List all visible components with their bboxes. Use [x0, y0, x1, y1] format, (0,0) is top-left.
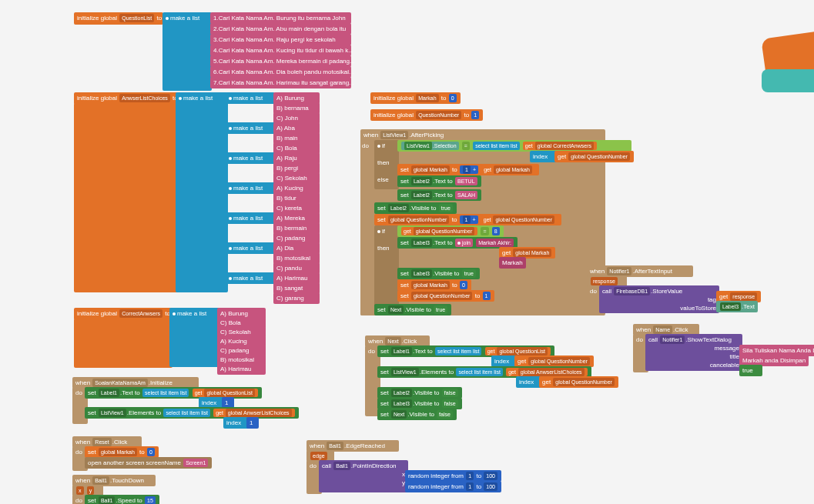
compare-eq[interactable]: ListView1.Selection = select list item l…: [397, 140, 631, 152]
make-list-ca[interactable]: make a list: [169, 308, 220, 367]
if-block[interactable]: ifthenelse: [374, 140, 399, 189]
set-markah-zero[interactable]: set global Markah to 0: [397, 279, 471, 291]
random-y[interactable]: random integer from 1 to 100: [405, 481, 501, 492]
make-list-inner[interactable]: make a list: [226, 242, 275, 254]
ql-item[interactable]: 3.Cari Kata Nama Am. Raju pergi ke sekol…: [210, 34, 351, 45]
ql-item[interactable]: 7.Cari Kata Nama Am. Harimau itu sangat …: [210, 77, 351, 88]
get-gqn-3[interactable]: get global QuestionNumber: [539, 376, 618, 388]
compare-eq-2[interactable]: get global QuestionNumber = 8: [397, 225, 504, 237]
init-ca-body: [74, 319, 173, 368]
set-next-visible[interactable]: set Next.Visible to true: [374, 304, 451, 315]
make-list-inner[interactable]: make a list: [226, 272, 275, 284]
make-list-outer[interactable]: make a list: [176, 92, 228, 292]
get-gqn[interactable]: get global QuestionNumber: [554, 151, 634, 162]
brand-logo: [760, 27, 814, 96]
do-label: do: [360, 140, 374, 315]
set-label2-visible[interactable]: set Label2.Visible to true: [374, 202, 457, 214]
set-label1-text[interactable]: set Label1.Text to select list item list…: [85, 387, 262, 399]
sli-index: index: [491, 355, 518, 367]
set-markah-zero-2[interactable]: set global Markah to 0: [85, 446, 159, 458]
set-qn[interactable]: set global QuestionNumber to 1 + get glo…: [374, 214, 561, 225]
set-label3-visible[interactable]: set Label3.Visible to true: [397, 268, 480, 279]
label3-text[interactable]: Label3.Text: [716, 301, 758, 312]
call-firebase-store[interactable]: call FirebaseDB1.StoreValue tag valueToS…: [599, 285, 719, 313]
get-gqn-2[interactable]: get global QuestionNumber: [514, 355, 594, 367]
set-lv-elements[interactable]: set ListView1.Elements to select list it…: [85, 407, 299, 419]
markah-text[interactable]: Markah: [499, 257, 526, 269]
make-list-inner[interactable]: make a list: [226, 152, 275, 164]
ql-item[interactable]: 1.Cari Kata Nama Am. Burung itu bernama …: [210, 12, 351, 24]
set-label2-text-else[interactable]: set Label2.Text to SALAH: [397, 189, 481, 201]
random-x[interactable]: random integer from 1 to 100: [405, 470, 501, 482]
call-showtextdialog[interactable]: call Notifier1.ShowTextDialog message ti…: [645, 334, 742, 371]
ql-item[interactable]: 2.Cari Kata Nama Am. Abu main dengan bol…: [210, 23, 351, 35]
init-markah[interactable]: initialize global Markah to 0: [370, 92, 461, 104]
call-pointindirection[interactable]: call Ball1.PointInDirection x y: [319, 460, 408, 492]
set-label3-visible-false[interactable]: set Label3.Visible to false: [377, 398, 462, 409]
make-list-inner[interactable]: make a list: [226, 182, 275, 194]
set-markah-plus[interactable]: set global Markah to 1 + get global Mark…: [397, 164, 539, 175]
set-label2-visible-false[interactable]: set Label2.Visible to false: [377, 387, 462, 399]
sli-index: index: [516, 376, 542, 388]
num-one[interactable]: 1: [246, 417, 259, 429]
init-qn[interactable]: initialize global QuestionNumber to 1: [370, 109, 483, 121]
set-qn-one[interactable]: set global QuestionNumber to 1: [397, 290, 494, 302]
ql-item[interactable]: 5.Cari Kata Nama Am. Mereka bermain di p…: [210, 55, 351, 67]
set-next-visible-false[interactable]: set Next.Visible to false: [377, 409, 457, 420]
opt[interactable]: C) garang: [273, 292, 320, 304]
init-questionlist[interactable]: initialize global QuestionList to: [74, 12, 163, 25]
set-ball-speed[interactable]: set Ball1.Speed to 15: [85, 495, 159, 504]
make-a-list[interactable]: make a list: [162, 12, 212, 91]
if-block-2[interactable]: ifthen: [374, 225, 399, 307]
open-screen[interactable]: open another screen screenName Screen1: [85, 457, 212, 469]
bool-true[interactable]: true: [739, 365, 762, 376]
sli-index: index: [223, 417, 250, 429]
ql-item[interactable]: 6.Cari Kata Nama Am. Dia boleh pandu mot…: [210, 66, 351, 78]
make-list-inner[interactable]: make a list: [226, 92, 275, 104]
ca-item[interactable]: A) Harimau: [217, 363, 266, 375]
sli-index: index: [530, 151, 558, 162]
make-list-inner[interactable]: make a list: [226, 122, 275, 134]
make-list-inner[interactable]: make a list: [226, 212, 275, 224]
init-alc-body: [74, 103, 179, 292]
ql-item[interactable]: 4.Cari Kata Nama Am. Kucing itu tidur di…: [210, 45, 351, 56]
set-label2-text[interactable]: set Label2.Text to BETUL: [397, 175, 481, 187]
